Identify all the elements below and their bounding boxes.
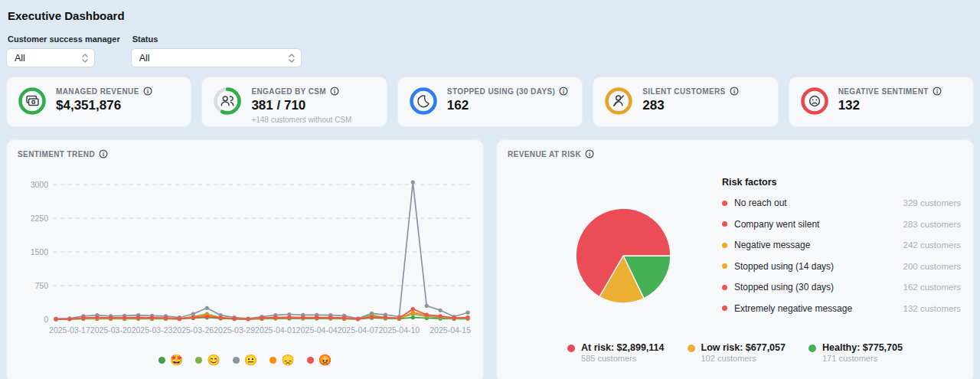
info-icon[interactable]: i [585,149,594,158]
people-icon [212,86,243,116]
kpi-card-stopped-using: STOPPED USING (30 DAYS) i 162 [397,77,583,127]
neutral-emoji-icon: 😐 [244,354,257,365]
svg-text:i: i [563,88,564,95]
star-struck-emoji-icon: 🤩 [170,354,183,365]
sentiment-legend: 🤩😊😐😞😡 [18,354,472,365]
svg-text:2025-03-29: 2025-03-29 [214,325,255,335]
legend-item-star-struck[interactable]: 🤩 [158,354,183,365]
sad-face-icon [799,86,830,116]
status-filter-label: Status [132,34,302,44]
pie-legend-sub: 171 customers [822,354,903,363]
svg-text:3000: 3000 [31,180,49,189]
info-icon[interactable]: i [933,87,942,96]
risk-factor-label: Company went silent [734,219,819,230]
legend-item-angry[interactable]: 😡 [307,354,332,365]
kpi-value: 381 / 710 [251,98,351,113]
svg-text:2025-04-07: 2025-04-07 [338,325,379,335]
kpi-label: SILENT CUSTOMERS [642,87,725,96]
filter-csm: Customer success manager All [6,34,120,67]
risk-factor-row: Stopped using (30 days)162 customers [722,282,961,292]
sentiment-trend-title: SENTIMENT TREND [18,150,95,158]
info-icon[interactable]: i [559,87,568,96]
risk-dot [722,305,727,311]
disappointed-emoji-icon: 😞 [281,354,294,365]
star-struck-legend-dot [158,357,165,364]
info-icon[interactable]: i [730,87,739,96]
csm-filter-label: Customer success manager [8,34,120,44]
angry-legend-dot [307,357,314,364]
risk-factor-label: Extremely negative message [734,303,852,314]
svg-text:i: i [733,88,735,95]
filters-bar: Customer success manager All Status All [6,34,974,67]
kpi-value: 162 [447,98,568,113]
svg-text:750: 750 [34,281,48,290]
sentiment-trend-chart[interactable]: 07501500225030002025-03-172025-03-202025… [18,160,474,351]
kpi-label: MANAGED REVENUE [56,87,139,96]
legend-item-smiling[interactable]: 😊 [195,354,220,365]
pie-legend-item: Healthy: $775,705171 customers [808,342,903,363]
kpi-card-negative-sentiment: NEGATIVE SENTIMENT i 132 [789,77,974,127]
pie-legend-sub: 102 customers [701,354,786,363]
risk-factor-label: Stopped using (30 days) [734,282,834,292]
pie-legend-label: At risk: $2,899,114 [581,342,664,353]
risk-factor-count: 283 customers [903,220,961,229]
risk-dot [722,263,727,269]
disappointed-legend-dot [270,357,276,364]
risk-dot [722,221,727,227]
legend-item-disappointed[interactable]: 😞 [270,354,294,365]
revenue-at-risk-title: REVENUE AT RISK [508,150,581,158]
smiling-legend-dot [195,357,202,364]
csm-select[interactable]: All [6,48,95,67]
info-icon[interactable]: i [99,149,108,158]
kpi-card-managed-revenue: MANAGED REVENUE i $4,351,876 [6,77,191,127]
pie-legend-dot [567,345,575,352]
sentiment-trend-panel: SENTIMENT TREND i 07501500225030002025-0… [6,139,484,379]
risk-factor-label: Negative message [734,240,810,250]
risk-factor-count: 132 customers [903,304,961,313]
kpi-label: NEGATIVE SENTIMENT [838,87,929,96]
svg-text:i: i [103,151,104,158]
svg-text:2250: 2250 [31,214,49,223]
risk-dot [722,243,727,248]
risk-factors-title: Risk factors [722,177,961,188]
kpi-value: 283 [642,98,738,113]
kpi-subtext: +148 customers without CSM [251,116,351,124]
svg-text:0: 0 [44,315,48,324]
pie-legend-label: Low risk: $677,057 [701,342,786,353]
risk-factor-label: No reach out [734,198,787,208]
banknote-icon [17,86,47,116]
pie-legend-item: Low risk: $677,057102 customers [688,342,786,363]
pie-legend-dot [688,345,695,352]
kpi-row: MANAGED REVENUE i $4,351,876 ENGAGED BY … [6,77,974,127]
risk-factor-row: Stopped using (14 days)200 customers [722,261,961,272]
legend-item-neutral[interactable]: 😐 [233,354,257,365]
info-icon[interactable]: i [330,87,339,96]
kpi-label: STOPPED USING (30 DAYS) [447,87,555,96]
svg-text:1500: 1500 [31,247,49,256]
status-select[interactable]: All [131,48,302,67]
pie-legend-label: Healthy: $775,705 [822,342,903,353]
revenue-at-risk-panel: REVENUE AT RISK i Risk factors No reach … [496,139,974,379]
risk-factor-row: Negative message242 customers [722,240,961,250]
svg-text:2025-04-01: 2025-04-01 [255,325,296,335]
moon-icon [408,86,439,116]
person-slash-icon [603,86,634,116]
kpi-label: ENGAGED BY CSM [251,87,326,96]
svg-text:2025-04-15: 2025-04-15 [430,325,471,335]
risk-factor-count: 242 customers [903,240,961,250]
info-icon[interactable]: i [143,87,152,96]
risk-factor-row: No reach out329 customers [722,198,961,208]
page-title: Executive Dashboard [8,9,974,22]
risk-factor-row: Company went silent283 customers [722,219,961,230]
risk-dot [722,285,727,290]
svg-text:2025-03-26: 2025-03-26 [172,325,214,335]
risk-factors-list: Risk factors No reach out329 customersCo… [722,177,961,324]
pie-legend-item: At risk: $2,899,114585 customers [567,342,664,363]
svg-text:2025-04-10: 2025-04-10 [378,325,420,335]
neutral-legend-dot [233,357,240,364]
kpi-value: 132 [838,98,942,113]
svg-text:i: i [589,151,590,158]
risk-factor-label: Stopped using (14 days) [734,261,834,272]
filter-status: Status All [131,34,302,67]
revenue-risk-pie-chart[interactable] [566,198,681,313]
